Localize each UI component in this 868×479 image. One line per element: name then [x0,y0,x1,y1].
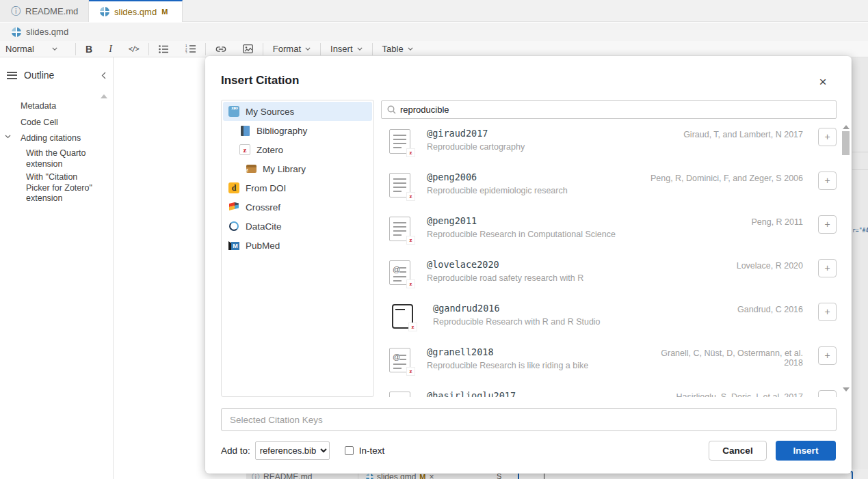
citation-results-list[interactable]: z @giraud2017 Reproducible cartography G… [381,123,837,397]
insert-button[interactable]: Insert [776,441,836,461]
breadcrumb[interactable]: slides.qmd [0,23,868,41]
citation-row[interactable]: z @peng2011 Reproducible Research in Com… [381,210,837,254]
source-datacite[interactable]: DataCite [223,217,372,236]
citation-row[interactable]: z @gandrud2016 Reproducible Research wit… [381,298,837,342]
citation-title: Reproducible Research in Computational S… [427,230,642,239]
source-pubmed[interactable]: M PubMed [223,236,372,255]
link-button[interactable] [207,41,235,57]
citation-title: Reproducible epidemiologic research [427,186,642,195]
bibliography-icon [239,125,250,136]
scroll-down-icon[interactable] [843,387,850,392]
citation-authors: Giraud, T, and Lambert, N 2017 [642,128,803,167]
add-citation-button[interactable]: + [818,128,837,146]
citation-title: Reproducible Research is like riding a b… [427,361,642,370]
intext-checkbox[interactable] [345,446,354,455]
bold-button[interactable]: B [77,41,101,57]
outline-item-citation-picker[interactable]: With "Citation Picker for Zotero" extens… [0,171,103,206]
source-crossref[interactable]: Crossref [223,197,372,217]
citation-row-partial[interactable]: @hasirlioglu2017 Hasirlioglu, S, Doric, … [381,385,837,397]
add-citation-button[interactable]: + [818,172,837,190]
tab-readme-label: README.md [25,6,78,16]
text-cursor [544,474,544,479]
toolbar-divider [372,43,373,55]
source-bibliography[interactable]: Bibliography [223,121,372,140]
zotero-badge-icon: z [407,368,415,375]
selected-citation-keys-input[interactable] [221,408,837,431]
citation-authors: Peng, R 2011 [642,215,803,254]
close-icon[interactable]: × [815,74,830,90]
add-to-label: Add to: [221,446,250,456]
outline-sidebar: Outline Metadata Code Cell Adding citati… [0,57,114,479]
bullet-list-button[interactable] [150,41,177,57]
citation-row[interactable]: z @giraud2017 Reproducible cartography G… [381,123,837,167]
code-button[interactable]: </> [120,41,147,57]
quarto-icon [366,474,373,479]
source-zotero[interactable]: z Zotero [223,140,372,159]
citation-row[interactable]: @ z @granell2018 Reproducible Research i… [381,342,837,385]
source-my-library[interactable]: z My Library [223,159,372,178]
format-menu[interactable]: Format [265,41,319,57]
git-modified-badge: M [161,8,168,16]
chevron-down-icon[interactable] [5,135,11,139]
source-my-sources[interactable]: ”” My Sources [223,102,372,121]
source-label: Bibliography [257,126,307,136]
citation-row[interactable]: @ z @lovelace2020 Reproducible road safe… [381,254,837,298]
cancel-button[interactable]: Cancel [709,441,767,461]
toolbar-divider [75,43,76,55]
outline-item-metadata[interactable]: Metadata [0,98,103,115]
tab-slides[interactable]: slides.qmd M [89,0,183,22]
chevron-down-icon [357,47,363,51]
quarto-icon [100,7,109,16]
image-button[interactable] [235,41,261,57]
citation-key: @lovelace2020 [427,259,642,270]
document-icon: z [389,129,410,154]
outline-item-code-cell[interactable]: Code Cell [0,115,103,131]
outline-item-quarto-extension[interactable]: With the Quarto extension [0,147,103,171]
insert-menu-label: Insert [330,44,353,54]
source-label: Crossref [246,202,280,213]
tab-readme[interactable]: ⓘ README.md [0,0,89,22]
zotero-badge-icon: z [407,149,415,156]
outline-item-label: Adding citations [21,133,81,143]
insert-menu[interactable]: Insert [322,41,371,57]
insert-citation-dialog: Insert Citation × ”” My Sources Bibliogr… [205,56,852,474]
table-menu[interactable]: Table [374,41,421,57]
divider [852,152,868,152]
source-label: PubMed [246,241,280,251]
document-icon: z [389,173,410,197]
image-icon [243,44,253,53]
menu-icon[interactable] [7,72,17,79]
collapse-chevron-left-icon[interactable] [101,72,106,79]
outline-item-adding-citations[interactable]: Adding citations [0,131,103,147]
zotero-badge-icon: z [409,323,417,331]
add-to-select[interactable]: references.bib [255,441,330,460]
add-citation-button[interactable]: + [818,346,837,365]
add-citation-button[interactable]: + [818,303,837,321]
source-label: My Sources [246,107,294,117]
info-icon: ⓘ [11,6,21,16]
citation-key: @hasirlioglu2017 [427,390,642,397]
add-citation-button[interactable] [818,390,837,397]
results-scrollbar[interactable] [842,123,850,397]
book-icon: z [392,304,413,329]
italic-button[interactable]: I [101,41,120,57]
citation-key: @peng2006 [427,172,642,182]
search-icon [387,105,396,114]
add-citation-button[interactable]: + [818,259,837,277]
my-sources-icon: ”” [228,106,239,117]
scroll-up-icon[interactable] [843,125,850,129]
scrollbar-thumb[interactable] [842,131,850,155]
formatting-toolbar: Normal B I </> 123 Format Insert Table [0,41,868,57]
search-input[interactable] [400,105,830,115]
numbered-list-icon: 123 [185,44,196,53]
add-citation-button[interactable]: + [818,215,837,234]
source-from-doi[interactable]: d From DOI [223,178,372,197]
citation-authors: Hasirlioglu, S, Doric, I, et al. 2017 [642,390,803,397]
paragraph-style-select[interactable]: Normal [0,41,66,57]
citation-title: Reproducible Research with R and R Studi… [433,317,642,327]
citation-search [381,100,837,119]
numbered-list-button[interactable]: 123 [177,41,204,57]
citation-row[interactable]: z @peng2006 Reproducible epidemiologic r… [381,167,837,210]
citation-title: Reproducible road safety research with R [427,273,642,283]
chevron-down-icon [305,47,311,51]
